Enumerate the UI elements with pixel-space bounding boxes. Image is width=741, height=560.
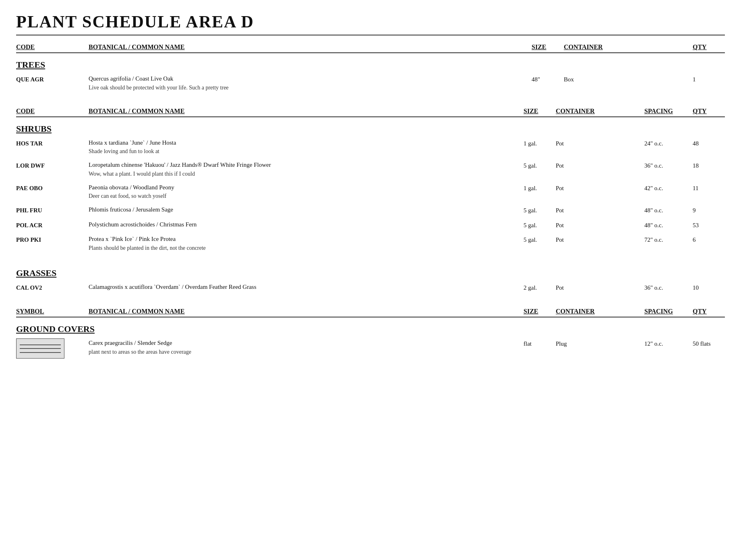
ground-col-qty: QTY xyxy=(693,308,725,315)
shrub-qty-4: 53 xyxy=(693,220,725,230)
shrub-size-5: 5 gal. xyxy=(524,234,556,252)
ground-row-0: Carex praegracilis / Slender Sedge plant… xyxy=(16,336,725,361)
section-divider-2 xyxy=(16,259,725,260)
shrub-code-4: POL ACR xyxy=(16,220,89,230)
grass-spacing-0: 36" o.c. xyxy=(644,282,693,292)
trees-col-name: BOTANICAL / COMMON NAME xyxy=(89,44,532,51)
tree-name: Quercus agrifolia / Coast Live Oak Live … xyxy=(89,74,532,92)
trees-header-row: CODE BOTANICAL / COMMON NAME SIZE CONTAI… xyxy=(16,44,725,53)
page-title: PLANT SCHEDULE AREA D xyxy=(16,12,725,31)
ground-col-container: CONTAINER xyxy=(556,308,644,315)
shrub-container-3: Pot xyxy=(556,205,644,215)
shrub-name-1: Loropetalum chinense 'Hakuou' / Jazz Han… xyxy=(89,160,524,178)
ground-col-size: SIZE xyxy=(524,308,556,315)
grass-container-0: Pot xyxy=(556,282,644,292)
shrubs-col-size: SIZE xyxy=(524,108,556,115)
ground-col-spacing: SPACING xyxy=(644,308,693,315)
shrub-name-3: Phlomis fruticosa / Jerusalem Sage xyxy=(89,205,524,215)
tree-spacing xyxy=(652,74,693,92)
shrub-size-2: 1 gal. xyxy=(524,183,556,201)
shrub-name-0: Hosta x tardiana `June` / June Hosta Sha… xyxy=(89,138,524,156)
shrub-spacing-3: 48" o.c. xyxy=(644,205,693,215)
title-divider xyxy=(16,35,725,35)
ground-section-label: GROUND COVERS xyxy=(16,324,725,334)
shrub-qty-5: 6 xyxy=(693,234,725,252)
section-divider-1 xyxy=(16,99,725,100)
tree-size: 48" xyxy=(532,74,564,92)
shrubs-col-container: CONTAINER xyxy=(556,108,644,115)
shrub-size-0: 1 gal. xyxy=(524,138,556,156)
ground-qty-0: 50 flats xyxy=(693,338,725,359)
shrub-code-5: PRO PKI xyxy=(16,234,89,252)
shrub-container-4: Pot xyxy=(556,220,644,230)
shrub-size-3: 5 gal. xyxy=(524,205,556,215)
ground-symbol xyxy=(16,338,89,359)
grasses-section-label: GRASSES xyxy=(16,268,725,278)
shrub-spacing-1: 36" o.c. xyxy=(644,160,693,178)
shrub-row-1: LOR DWF Loropetalum chinense 'Hakuou' / … xyxy=(16,158,725,180)
shrub-name-4: Polystichum acrostichoides / Christmas F… xyxy=(89,220,524,230)
shrub-size-4: 5 gal. xyxy=(524,220,556,230)
trees-col-container: CONTAINER xyxy=(564,44,652,51)
shrubs-header-row: CODE BOTANICAL / COMMON NAME SIZE CONTAI… xyxy=(16,108,725,117)
shrub-code-0: HOS TAR xyxy=(16,138,89,156)
ground-col-symbol: SYMBOL xyxy=(16,308,89,315)
trees-col-qty: QTY xyxy=(693,44,725,51)
trees-col-size: SIZE xyxy=(532,44,564,51)
shrub-spacing-5: 72" o.c. xyxy=(644,234,693,252)
tree-container: Box xyxy=(564,74,652,92)
shrub-qty-3: 9 xyxy=(693,205,725,215)
shrubs-col-qty: QTY xyxy=(693,108,725,115)
shrub-row-0: HOS TAR Hosta x tardiana `June` / June H… xyxy=(16,136,725,158)
shrub-size-1: 5 gal. xyxy=(524,160,556,178)
shrub-row-4: POL ACR Polystichum acrostichoides / Chr… xyxy=(16,218,725,232)
ground-size-0: flat xyxy=(524,338,556,359)
shrub-container-5: Pot xyxy=(556,234,644,252)
trees-col-spacing xyxy=(652,44,693,51)
shrub-code-3: PHL FRU xyxy=(16,205,89,215)
ground-name-0: Carex praegracilis / Slender Sedge plant… xyxy=(89,338,524,359)
grass-size-0: 2 gal. xyxy=(524,282,556,292)
ground-header-row: SYMBOL BOTANICAL / COMMON NAME SIZE CONT… xyxy=(16,308,725,317)
shrub-container-2: Pot xyxy=(556,183,644,201)
shrub-spacing-2: 42" o.c. xyxy=(644,183,693,201)
tree-code: QUE AGR xyxy=(16,74,89,92)
shrub-name-5: Protea x `Pink Ice` / Pink Ice Protea Pl… xyxy=(89,234,524,252)
ground-col-name: BOTANICAL / COMMON NAME xyxy=(89,308,524,315)
shrub-qty-2: 11 xyxy=(693,183,725,201)
shrub-spacing-4: 48" o.c. xyxy=(644,220,693,230)
trees-section-label: TREES xyxy=(16,60,725,70)
grass-code-0: CAL OV2 xyxy=(16,282,89,292)
ground-container-0: Plug xyxy=(556,338,644,359)
shrub-container-1: Pot xyxy=(556,160,644,178)
grass-name-0: Calamagrostis x acutiflora `Overdam` / O… xyxy=(89,282,524,292)
shrub-spacing-0: 24" o.c. xyxy=(644,138,693,156)
shrub-name-2: Paeonia obovata / Woodland Peony Deer ca… xyxy=(89,183,524,201)
grass-row-0: CAL OV2 Calamagrostis x acutiflora `Over… xyxy=(16,280,725,295)
shrub-qty-1: 18 xyxy=(693,160,725,178)
shrubs-col-name: BOTANICAL / COMMON NAME xyxy=(89,108,524,115)
shrubs-col-code: CODE xyxy=(16,108,89,115)
shrub-row-2: PAE OBO Paeonia obovata / Woodland Peony… xyxy=(16,180,725,203)
tree-row: QUE AGR Quercus agrifolia / Coast Live O… xyxy=(16,72,725,94)
trees-col-code: CODE xyxy=(16,44,89,51)
shrubs-section-label: SHRUBS xyxy=(16,124,725,134)
shrub-row-5: PRO PKI Protea x `Pink Ice` / Pink Ice P… xyxy=(16,232,725,255)
ground-spacing-0: 12" o.c. xyxy=(644,338,693,359)
grass-qty-0: 10 xyxy=(693,282,725,292)
shrub-qty-0: 48 xyxy=(693,138,725,156)
tree-qty: 1 xyxy=(693,74,725,92)
shrub-code-1: LOR DWF xyxy=(16,160,89,178)
shrub-container-0: Pot xyxy=(556,138,644,156)
shrubs-col-spacing: SPACING xyxy=(644,108,693,115)
section-divider-3 xyxy=(16,299,725,300)
shrub-code-2: PAE OBO xyxy=(16,183,89,201)
shrub-row-3: PHL FRU Phlomis fruticosa / Jerusalem Sa… xyxy=(16,203,725,218)
